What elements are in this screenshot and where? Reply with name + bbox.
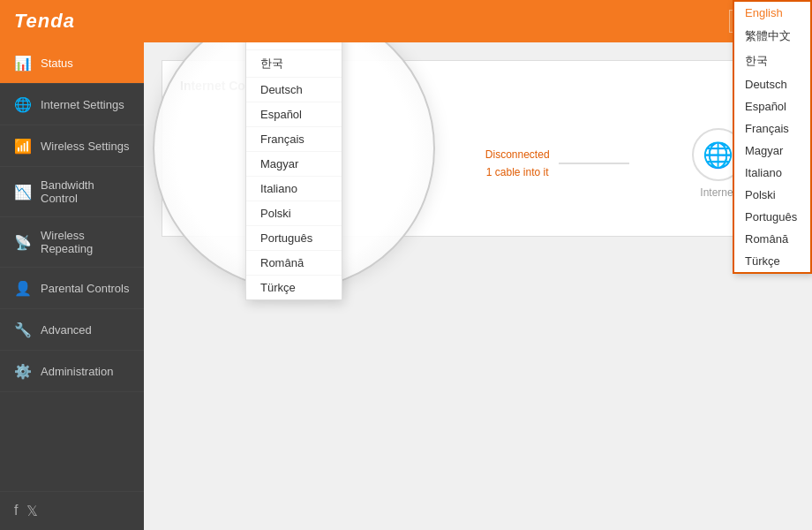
lang-option-header-4[interactable]: Español <box>734 95 810 117</box>
sidebar-item-administration[interactable]: ⚙️Administration <box>0 351 144 392</box>
sidebar-nav: 📊Status🌐Internet Settings📶Wireless Setti… <box>0 42 144 491</box>
sidebar-label-wireless-settings: Wireless Settings <box>41 140 129 153</box>
bandwidth-control-icon: 📉 <box>14 183 32 201</box>
lang-dropdown-header: English繁體中文한국DeutschEspañolFrançaisMagya… <box>733 0 812 274</box>
sidebar-item-bandwidth-control[interactable]: 📉Bandwidth Control <box>0 167 144 217</box>
sidebar-item-status[interactable]: 📊Status <box>0 42 144 84</box>
lang-option-header-2[interactable]: 한국 <box>734 49 810 73</box>
lang-option-header-6[interactable]: Magyar <box>734 140 810 162</box>
magnify-overlay: English繁體中文한국DeutschEspañolFrançaisMagya… <box>153 42 435 290</box>
lang-option-main-8[interactable]: Polski <box>246 201 342 226</box>
administration-icon: ⚙️ <box>14 362 32 380</box>
main-content: English繁體中文한국DeutschEspañolFrançaisMagya… <box>144 42 812 530</box>
sidebar-item-internet-settings[interactable]: 🌐Internet Settings <box>0 84 144 125</box>
lang-option-header-3[interactable]: Deutsch <box>734 73 810 95</box>
sidebar-item-wireless-repeating[interactable]: 📡Wireless Repeating <box>0 217 144 268</box>
sidebar-item-advanced[interactable]: 🔧Advanced <box>0 309 144 351</box>
lang-option-main-11[interactable]: Türkçe <box>246 276 342 299</box>
connector-line <box>559 163 629 164</box>
internet-label: Internet <box>700 186 736 199</box>
logo: Tenda <box>14 10 75 33</box>
twitter-icon[interactable]: 𝕏 <box>26 503 38 519</box>
lang-option-main-2[interactable]: 한국 <box>246 50 342 78</box>
parental-controls-icon: 👤 <box>14 279 32 297</box>
lang-option-main-4[interactable]: Español <box>246 102 342 127</box>
lang-option-main-1[interactable]: 繁體中文 <box>246 42 342 50</box>
lang-option-header-10[interactable]: Română <box>734 228 810 250</box>
lang-option-header-7[interactable]: Italiano <box>734 162 810 184</box>
wireless-repeating-icon: 📡 <box>14 233 32 251</box>
lang-option-header-0[interactable]: English <box>734 2 810 24</box>
advanced-icon: 🔧 <box>14 321 32 338</box>
lang-option-main-3[interactable]: Deutsch <box>246 78 342 102</box>
lang-option-header-8[interactable]: Polski <box>734 184 810 206</box>
header: Tenda English English繁體中文한국DeutschEspaño… <box>0 0 812 42</box>
status-icon: 📊 <box>14 54 32 72</box>
cable-text: 1 cable into it <box>486 166 549 178</box>
status-text: Disconnected <box>485 148 550 161</box>
wireless-settings-icon: 📶 <box>14 137 32 155</box>
lang-option-main-5[interactable]: Français <box>246 127 342 152</box>
layout: 📊Status🌐Internet Settings📶Wireless Setti… <box>0 42 812 530</box>
sidebar-item-parental-controls[interactable]: 👤Parental Controls <box>0 268 144 309</box>
sidebar-label-administration: Administration <box>41 365 113 378</box>
sidebar-footer: f 𝕏 <box>0 491 144 530</box>
sidebar-label-bandwidth-control: Bandwidth Control <box>41 178 130 205</box>
lang-option-header-9[interactable]: Português <box>734 206 810 228</box>
lang-option-header-5[interactable]: Français <box>734 117 810 140</box>
lang-dropdown-main: English繁體中文한국DeutschEspañolFrançaisMagya… <box>245 42 342 300</box>
lang-option-main-6[interactable]: Magyar <box>246 152 342 177</box>
lang-option-header-11[interactable]: Türkçe <box>734 250 810 272</box>
router-status: Disconnected 1 cable into it <box>485 148 550 178</box>
sidebar-label-internet-settings: Internet Settings <box>41 98 124 111</box>
sidebar-label-status: Status <box>41 57 73 70</box>
sidebar: 📊Status🌐Internet Settings📶Wireless Setti… <box>0 42 144 530</box>
lang-option-main-10[interactable]: Română <box>246 251 342 276</box>
sidebar-label-parental-controls: Parental Controls <box>41 282 129 295</box>
sidebar-label-wireless-repeating: Wireless Repeating <box>41 229 130 255</box>
sidebar-item-wireless-settings[interactable]: 📶Wireless Settings <box>0 125 144 167</box>
sidebar-label-advanced: Advanced <box>41 323 92 337</box>
lang-option-main-7[interactable]: Italiano <box>246 177 342 201</box>
lang-option-header-1[interactable]: 繁體中文 <box>734 24 810 49</box>
facebook-icon[interactable]: f <box>14 503 18 519</box>
lang-option-main-9[interactable]: Português <box>246 226 342 251</box>
internet-settings-icon: 🌐 <box>14 95 32 113</box>
